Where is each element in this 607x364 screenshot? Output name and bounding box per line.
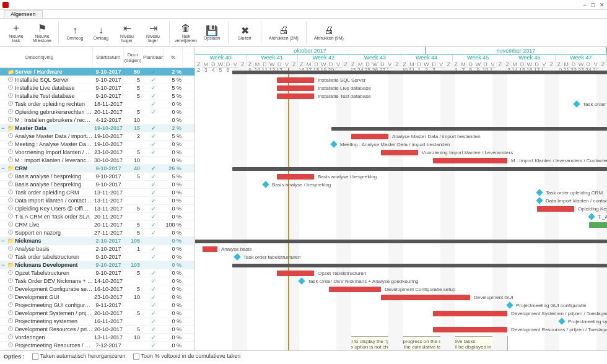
gantt-bar[interactable] [232, 167, 607, 171]
gantt-bar[interactable] [203, 246, 217, 252]
task-row[interactable]: Installatie Live database 9-10-2017 5 ✓ … [0, 84, 194, 92]
task-row[interactable]: Opleiding gebruikersrechten @ Offimac 20… [0, 108, 194, 116]
task-row[interactable]: Projectmeeting systemen 16-11-2017 ✓ 0 % [0, 318, 194, 326]
maximize-button[interactable]: □ [592, 2, 595, 8]
delete-task-button[interactable]: 🗑Task verwijderen [173, 20, 198, 46]
options-label: Opties : [4, 353, 25, 360]
task-row[interactable]: Task order opleiding CRM 13-11-2017 ✓ 0 … [0, 189, 194, 197]
gantt-bar[interactable] [329, 287, 381, 292]
group-row[interactable]: − 📁 CRM 9-10-2017 40 ✓ 26 % [0, 165, 194, 173]
milestone[interactable] [298, 277, 305, 284]
gantt-bar[interactable] [277, 85, 314, 91]
plus-icon: ＋ [11, 23, 21, 34]
group-row[interactable]: − 📁 Master Data 19-10-2017 15 ✓ 2 % [0, 124, 194, 132]
col-plannable[interactable]: Planbaar [142, 47, 164, 67]
col-startdate[interactable]: Startdatum [93, 47, 124, 67]
arrow-up-icon: ↑ [72, 25, 77, 36]
tooltip: Used to display the "global" progress on… [338, 336, 508, 350]
auto-reorganize-checkbox[interactable]: Taken automatisch herorganizeren [32, 353, 126, 360]
group-row[interactable]: − 📁 Server / Hardware 9-10-2017 50 ✓ 2 % [0, 68, 194, 76]
group-row[interactable]: − 📁 Nickmans 2-10-2017 105 0 % [0, 237, 194, 245]
task-row[interactable]: M : Installen gebruikers / rechten 4-12-… [0, 116, 194, 124]
col-percent[interactable]: % [164, 47, 183, 67]
milestone[interactable] [558, 318, 565, 324]
gantt-bar[interactable] [351, 134, 388, 139]
close-task-button[interactable]: ✖Sluiten [232, 20, 257, 46]
show-pct-checkbox[interactable]: Toon % voltooid in de cumulatieve taken [133, 353, 241, 360]
task-row[interactable]: Basis analyse / bespreking 9-10-2017 ✓ 0… [0, 181, 194, 189]
milestone[interactable] [588, 213, 595, 220]
gantt-bar[interactable] [277, 271, 314, 276]
new-task-button[interactable]: ＋Nieuwe task [4, 20, 28, 46]
task-row[interactable]: Task order tabelstructuren 9-10-2017 ✓ 0… [0, 253, 194, 261]
gantt-bar[interactable] [381, 295, 470, 300]
level-up-button[interactable]: ⇤Niveau hoger [115, 20, 139, 46]
print-9m-button[interactable]: 🖨Afdrukken (9M) [310, 20, 347, 46]
group-row[interactable]: − 📁 Nickmans Development 9-10-2017 103 0… [0, 261, 194, 269]
task-row[interactable]: Development GUI 23-10-2017 10 ✓ 0 % [0, 293, 194, 301]
task-row[interactable]: Vorderingen 13-11-2017 10 ✓ 0 % [0, 334, 194, 342]
arrow-down-icon: ↓ [98, 25, 103, 36]
printer-icon: 🖨 [279, 25, 289, 36]
col-description[interactable]: Omschrijving [0, 47, 93, 67]
titlebar: − □ ✕ [0, 0, 607, 10]
milestone[interactable] [262, 181, 269, 188]
milestone[interactable] [506, 301, 513, 308]
task-row[interactable]: Projectmeeting GUI configuratie 9-11-201… [0, 301, 194, 310]
gantt-bar[interactable] [277, 93, 314, 99]
milestone[interactable] [573, 100, 580, 107]
app-icon [2, 2, 9, 8]
tab-algemeen[interactable]: Algemeen [4, 10, 43, 18]
task-row[interactable]: Meeting : Analyse Master Data / import 1… [0, 141, 194, 149]
task-row[interactable]: Installatie Test database 9-10-2017 5 ✓ … [0, 92, 194, 100]
task-row[interactable]: Opleiding Key Users @ Offimac 13-11-2017… [0, 205, 194, 213]
task-row[interactable]: Projectmeeting Resources / Vorderin 7-12… [0, 342, 194, 350]
task-row[interactable]: Task order opleiding rechten 18-11-2017 … [0, 100, 194, 108]
close-button[interactable]: ✕ [600, 2, 605, 8]
task-row[interactable]: Voorziening Import klanten / Leveranc 23… [0, 149, 194, 157]
x-icon: ✖ [241, 25, 249, 36]
task-row[interactable]: Development Configuratie setup 16-10-201… [0, 285, 194, 293]
save-button[interactable]: 💾Opslaan [199, 20, 224, 46]
task-row[interactable]: Task Order DEV Nickmans + Analyse 14-10-… [0, 277, 194, 285]
printer-icon: 🖨 [324, 25, 334, 36]
level-down-button[interactable]: ⇥Niveau lager [141, 20, 165, 46]
task-row[interactable]: Development Systemen / prijzen / 20-10-2… [0, 310, 194, 318]
task-row[interactable]: T & A CRM en Task order SLA 20-11-2017 ✓… [0, 213, 194, 221]
task-row[interactable]: CRM Live 20-11-2017 5 ✓ 100 % [0, 221, 194, 229]
gantt-bar[interactable] [433, 158, 507, 163]
minimize-button[interactable]: − [583, 2, 586, 8]
new-milestone-button[interactable]: ⚑Nieuwe Milestone [30, 20, 55, 46]
task-row[interactable]: M : Import Klanten / leveranciers / Cont… [0, 157, 194, 165]
task-row[interactable]: Data Import klanten / contacten voltoo 1… [0, 197, 194, 205]
milestone[interactable] [536, 197, 543, 204]
gantt-bar[interactable] [381, 150, 418, 155]
gantt-bar[interactable] [331, 127, 607, 131]
task-row[interactable]: Opzet Tabelstructuren 9-10-2017 5 ✓ 0 % [0, 269, 194, 277]
ribbon-tabs: Algemeen [0, 10, 607, 19]
footer-options: Opties : Taken automatisch herorganizere… [0, 350, 607, 362]
task-row[interactable]: Support en nazorg 27-11-2017 5 ✓ 0 % [0, 229, 194, 237]
task-row[interactable]: Analyse basis 2-10-2017 1 ✓ 0 % [0, 245, 194, 253]
col-duration[interactable]: Duur (dagen) [124, 47, 142, 67]
toolbar: ＋Nieuwe task ⚑Nieuwe Milestone ↑Omhoog ↓… [0, 19, 607, 47]
gantt-chart[interactable]: oktober 2017november 2017 Week 40Week 41… [195, 47, 607, 350]
task-row[interactable]: Development Resources / prijzen / T 20-1… [0, 326, 194, 334]
gantt-bar[interactable] [232, 264, 607, 267]
milestone[interactable] [536, 189, 543, 196]
gantt-bar[interactable] [277, 174, 314, 180]
gantt-bar[interactable] [433, 327, 507, 332]
gantt-bar[interactable] [277, 77, 314, 83]
task-row[interactable]: Basis analyse / bespreking 9-10-2017 5 ✓… [0, 173, 194, 181]
gantt-bar[interactable] [589, 222, 607, 228]
task-row[interactable]: Analyse Master Data / import bestande 19… [0, 132, 194, 141]
task-row[interactable]: Installatie SQL Server 9-10-2017 5 ✓ 5 % [0, 76, 194, 84]
move-up-button[interactable]: ↑Omhoog [63, 20, 87, 46]
flag-icon: ⚑ [38, 23, 46, 34]
gantt-bar[interactable] [433, 311, 507, 316]
gantt-bar[interactable] [537, 206, 574, 212]
print-2m-button[interactable]: 🖨Afdrukken (2M) [265, 20, 302, 46]
gantt-bar[interactable] [195, 240, 607, 243]
move-down-button[interactable]: ↓Omlaag [89, 20, 113, 46]
gantt-bar[interactable] [232, 71, 607, 74]
